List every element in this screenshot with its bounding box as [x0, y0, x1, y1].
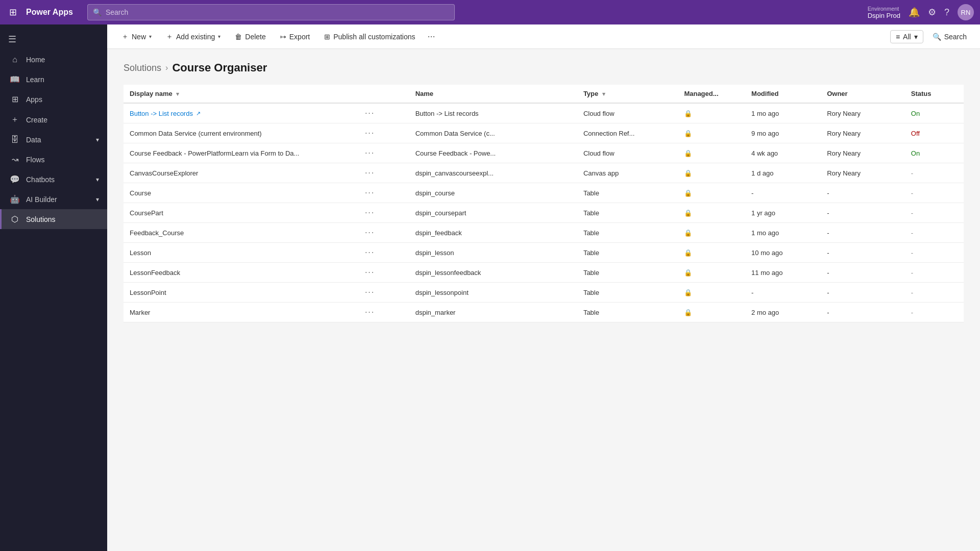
- table-cell-managed: 🔒: [678, 103, 745, 123]
- search-input[interactable]: [106, 8, 449, 16]
- environment-selector[interactable]: Environment Dspin Prod: [868, 6, 900, 19]
- notification-icon[interactable]: 🔔: [909, 7, 920, 18]
- row-more-button[interactable]: ···: [365, 288, 375, 296]
- add-existing-button[interactable]: ＋ Add existing ▾: [160, 29, 227, 44]
- help-icon[interactable]: ?: [944, 7, 949, 18]
- table-header: Display name ▾ Name Type ▾: [124, 85, 964, 103]
- table-cell-status: -: [905, 203, 964, 223]
- breadcrumb-parent-link[interactable]: Solutions: [124, 63, 161, 73]
- sidebar-item-apps[interactable]: ⊞ Apps: [0, 89, 107, 109]
- learn-icon: 📖: [10, 74, 20, 84]
- table-cell-managed: 🔒: [678, 303, 745, 322]
- cmdbar-right: ≡ All ▾ 🔍 Search: [890, 30, 972, 43]
- sidebar-label-data: Data: [26, 136, 41, 144]
- table-cell-status: Off: [905, 123, 964, 143]
- table-cell-modified: -: [745, 283, 821, 303]
- table-cell-owner: -: [821, 303, 905, 322]
- col-header-owner[interactable]: Owner: [821, 85, 905, 103]
- table-cell-type: Table: [577, 243, 678, 263]
- table-cell-type: Connection Ref...: [577, 123, 678, 143]
- row-more-button[interactable]: ···: [365, 129, 375, 137]
- col-header-managed[interactable]: Managed...: [678, 85, 745, 103]
- new-button[interactable]: ＋ New ▾: [115, 29, 158, 44]
- table-cell-status: -: [905, 223, 964, 243]
- row-more-button[interactable]: ···: [365, 148, 375, 157]
- solutions-icon: ⬡: [10, 214, 20, 224]
- col-header-status[interactable]: Status: [905, 85, 964, 103]
- col-header-display-name[interactable]: Display name ▾: [124, 85, 359, 103]
- export-button[interactable]: ↦ Export: [274, 30, 316, 44]
- add-existing-icon: ＋: [166, 32, 173, 41]
- grid-icon[interactable]: ⊞: [6, 4, 20, 21]
- sidebar-item-flows[interactable]: ↝ Flows: [0, 149, 107, 169]
- table-cell-more: ···: [359, 143, 409, 163]
- create-icon: ＋: [10, 114, 20, 125]
- table-cell-managed: 🔒: [678, 243, 745, 263]
- sidebar-item-home[interactable]: ⌂ Home: [0, 50, 107, 69]
- sidebar-label-home: Home: [26, 56, 45, 64]
- table-cell-status: -: [905, 283, 964, 303]
- table-cell-display-name: CoursePart: [124, 203, 359, 223]
- sidebar-item-create[interactable]: ＋ Create: [0, 109, 107, 130]
- settings-icon[interactable]: ⚙: [928, 7, 936, 18]
- environment-name: Dspin Prod: [868, 12, 900, 19]
- global-search-bar[interactable]: 🔍: [87, 4, 455, 20]
- sidebar-item-chatbots[interactable]: 💬 Chatbots ▾: [0, 169, 107, 189]
- table-cell-name: Course Feedback - Powe...: [409, 143, 577, 163]
- row-more-button[interactable]: ···: [365, 268, 375, 277]
- data-table-wrapper: Display name ▾ Name Type ▾: [124, 85, 964, 322]
- sidebar-item-solutions[interactable]: ⬡ Solutions: [0, 209, 107, 229]
- table-cell-display-name: Feedback_Course: [124, 223, 359, 243]
- row-more-button[interactable]: ···: [365, 109, 375, 117]
- table-row: Feedback_Course···dspin_feedbackTable🔒1 …: [124, 223, 964, 243]
- table-cell-more: ···: [359, 223, 409, 243]
- table-header-row: Display name ▾ Name Type ▾: [124, 85, 964, 103]
- table-cell-modified: 2 mo ago: [745, 303, 821, 322]
- new-chevron-icon: ▾: [149, 34, 152, 39]
- table-cell-display-name: Common Data Service (current environment…: [124, 123, 359, 143]
- sidebar-item-learn[interactable]: 📖 Learn: [0, 69, 107, 89]
- status-badge-off: Off: [911, 130, 920, 137]
- row-more-button[interactable]: ···: [365, 228, 375, 237]
- table-cell-modified: 10 mo ago: [745, 243, 821, 263]
- status-badge-dash: -: [911, 289, 913, 296]
- table-row: CoursePart···dspin_coursepartTable🔒1 yr …: [124, 203, 964, 223]
- sidebar-label-ai-builder: AI Builder: [26, 195, 57, 204]
- content-search-button[interactable]: 🔍 Search: [927, 31, 972, 43]
- more-button[interactable]: ···: [424, 29, 439, 44]
- table-cell-managed: 🔒: [678, 283, 745, 303]
- avatar[interactable]: RN: [958, 4, 974, 20]
- table-cell-owner: -: [821, 223, 905, 243]
- filter-button[interactable]: ≡ All ▾: [890, 30, 923, 43]
- publish-button[interactable]: ⊞ Publish all customizations: [318, 30, 421, 44]
- col-header-type[interactable]: Type ▾: [577, 85, 678, 103]
- delete-button[interactable]: 🗑 Delete: [229, 30, 272, 44]
- display-name-link[interactable]: Button -> List records ↗: [130, 110, 353, 117]
- table-cell-type: Cloud flow: [577, 143, 678, 163]
- type-sort-icon: ▾: [602, 91, 605, 97]
- sidebar-item-ai-builder[interactable]: 🤖 AI Builder ▾: [0, 189, 107, 209]
- row-more-button[interactable]: ···: [365, 308, 375, 316]
- sidebar-item-data[interactable]: 🗄 Data ▾: [0, 130, 107, 149]
- sidebar-label-learn: Learn: [26, 76, 44, 84]
- status-badge-dash: -: [911, 209, 913, 217]
- table-row: Course Feedback - PowerPlatformLearn via…: [124, 143, 964, 163]
- export-icon: ↦: [280, 33, 286, 41]
- breadcrumb-current: Course Organiser: [172, 61, 267, 74]
- sidebar-toggle[interactable]: ☰: [0, 29, 107, 50]
- row-more-button[interactable]: ···: [365, 208, 375, 217]
- page-body: Solutions › Course Organiser Display nam…: [107, 49, 980, 551]
- lock-icon: 🔒: [684, 289, 692, 296]
- lock-icon: 🔒: [684, 249, 692, 257]
- row-more-button[interactable]: ···: [365, 188, 375, 197]
- new-plus-icon: ＋: [121, 32, 129, 41]
- row-more-button[interactable]: ···: [365, 248, 375, 257]
- content-search-icon: 🔍: [933, 33, 941, 41]
- col-header-modified[interactable]: Modified: [745, 85, 821, 103]
- row-more-button[interactable]: ···: [365, 168, 375, 177]
- lock-icon: 🔒: [684, 130, 692, 137]
- table-cell-managed: 🔒: [678, 183, 745, 203]
- status-badge-dash: -: [911, 169, 913, 177]
- table-cell-name: dspin_course: [409, 183, 577, 203]
- col-header-name[interactable]: Name: [409, 85, 577, 103]
